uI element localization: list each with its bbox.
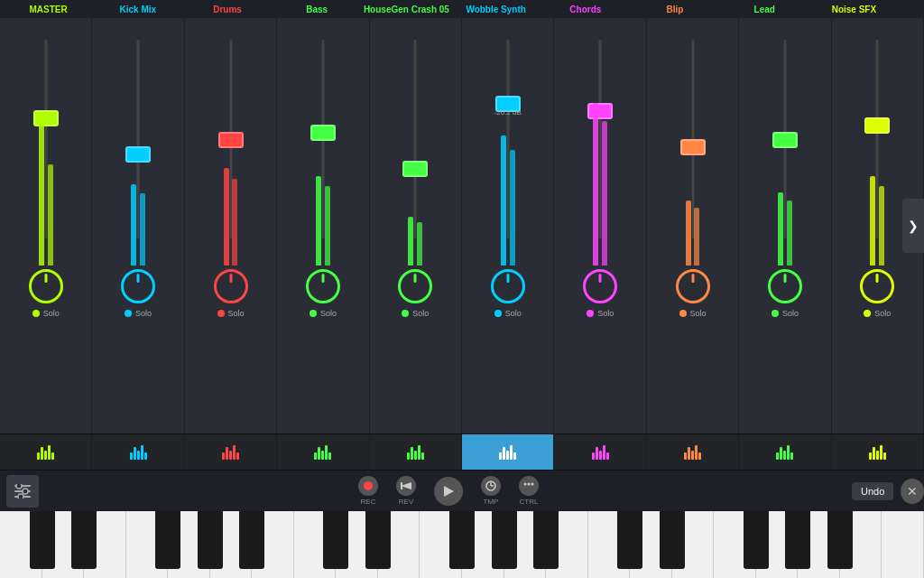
play-button[interactable] (434, 477, 463, 506)
black-key-1[interactable] (71, 511, 97, 569)
vu-left-chords (593, 103, 598, 266)
black-key-15[interactable] (660, 511, 685, 569)
channel-bass: Solo (277, 18, 369, 434)
solo-label-bass: Solo (320, 309, 337, 318)
channel-label-wobble: Wobble Synth (451, 5, 541, 14)
mixer-area: SoloSoloSoloSoloSolo-20.2 dBSoloSoloSolo… (0, 18, 924, 434)
solo-label-kick: Solo (135, 309, 152, 318)
fader-handle-blip[interactable] (680, 139, 706, 155)
pan-knob-chords[interactable] (583, 269, 617, 303)
svg-point-14 (531, 483, 534, 486)
solo-dot-wobble (494, 310, 502, 317)
vu-right-bass (325, 186, 330, 266)
black-key-4[interactable] (198, 511, 223, 569)
channel-label-kick: Kick Mix (93, 5, 182, 14)
black-key-0[interactable] (30, 511, 55, 569)
solo-dot-kick (125, 310, 132, 317)
pattern-btn-lead[interactable] (739, 434, 831, 470)
pan-knob-bass[interactable] (306, 269, 340, 303)
vu-right-master (48, 164, 53, 266)
db-label-wobble: -20.2 dB (494, 108, 522, 117)
channel-kick: Solo (92, 18, 184, 434)
pattern-btn-housegen[interactable] (370, 434, 462, 470)
vu-right-lead (787, 200, 792, 266)
vu-left-noise (870, 176, 875, 266)
channel-blip: Solo (647, 18, 739, 434)
ctrl-button[interactable]: CTRL (519, 476, 539, 506)
pan-knob-housegen[interactable] (398, 269, 432, 303)
fader-handle-master[interactable] (33, 110, 59, 126)
pan-knob-kick[interactable] (121, 269, 155, 303)
solo-label-chords: Solo (597, 309, 614, 318)
black-key-17[interactable] (744, 511, 769, 569)
vu-right-kick (140, 193, 145, 266)
pattern-btn-noise[interactable] (832, 434, 924, 470)
fader-handle-kick[interactable] (125, 146, 151, 163)
fader-handle-chords[interactable] (587, 103, 613, 119)
vu-right-chords (602, 121, 607, 266)
pattern-btn-chords[interactable] (554, 434, 646, 470)
pattern-btn-kick[interactable] (92, 434, 184, 470)
solo-label-noise: Solo (874, 309, 891, 318)
fader-handle-drums[interactable] (218, 132, 244, 148)
pan-knob-drums[interactable] (214, 269, 248, 303)
solo-dot-housegen (402, 310, 409, 317)
black-key-19[interactable] (827, 511, 853, 569)
white-key-21[interactable]: C8 (882, 511, 924, 578)
vu-right-wobble (510, 150, 515, 266)
pan-knob-wobble[interactable] (491, 269, 525, 303)
solo-dot-bass (310, 310, 317, 317)
black-key-8[interactable] (365, 511, 391, 569)
black-key-10[interactable] (449, 511, 475, 569)
black-key-7[interactable] (323, 511, 348, 569)
solo-label-housegen: Solo (412, 309, 429, 318)
solo-dot-lead (772, 310, 779, 317)
black-key-5[interactable] (239, 511, 264, 569)
black-key-18[interactable] (785, 511, 810, 569)
svg-point-13 (528, 483, 531, 486)
top-bar: MASTERKick MixDrumsBassHouseGen Crash 05… (0, 0, 924, 18)
pattern-btn-master[interactable] (0, 434, 92, 470)
close-button[interactable]: ✕ (901, 479, 924, 504)
pan-knob-noise[interactable] (860, 269, 894, 303)
undo-button[interactable]: Undo (852, 482, 893, 500)
pan-knob-lead[interactable] (768, 269, 802, 303)
svg-point-12 (524, 483, 527, 486)
fader-handle-bass[interactable] (310, 125, 336, 141)
fader-handle-housegen[interactable] (402, 161, 428, 177)
rec-button[interactable]: REC (358, 476, 378, 506)
pattern-row (0, 434, 924, 470)
svg-rect-7 (401, 482, 402, 489)
vu-left-lead (778, 192, 783, 266)
channel-label-master: MASTER (4, 5, 93, 14)
mixer-icon-button[interactable] (6, 475, 39, 508)
tmp-button[interactable]: TMP (481, 476, 501, 506)
fader-handle-lead[interactable] (772, 132, 798, 148)
solo-label-master: Solo (43, 309, 60, 318)
channel-wobble: -20.2 dBSolo (462, 18, 554, 434)
pan-knob-blip[interactable] (676, 269, 710, 303)
pan-knob-master[interactable] (29, 269, 63, 303)
scroll-right-arrow[interactable]: ❯ (902, 199, 924, 253)
vu-left-master (39, 119, 44, 266)
vu-left-drums (224, 168, 229, 266)
channel-chords: Solo (554, 18, 646, 434)
svg-point-3 (16, 484, 22, 489)
rev-button[interactable]: REV (396, 476, 416, 506)
svg-point-5 (18, 494, 23, 499)
pattern-btn-wobble[interactable] (462, 434, 554, 470)
channel-label-chords: Chords (541, 5, 630, 14)
vu-left-kick (131, 184, 136, 266)
channel-label-blip: Blip (630, 5, 719, 14)
solo-label-drums: Solo (228, 309, 245, 318)
pattern-btn-drums[interactable] (185, 434, 277, 470)
piano[interactable]: C5C6C7C8 (0, 511, 924, 578)
pattern-btn-bass[interactable] (277, 434, 369, 470)
black-key-11[interactable] (492, 511, 517, 569)
black-key-14[interactable] (617, 511, 642, 569)
transport-controls: REC REV TMP (45, 476, 852, 506)
black-key-12[interactable] (533, 511, 559, 569)
fader-handle-noise[interactable] (864, 117, 890, 134)
pattern-btn-blip[interactable] (647, 434, 739, 470)
black-key-3[interactable] (155, 511, 180, 569)
